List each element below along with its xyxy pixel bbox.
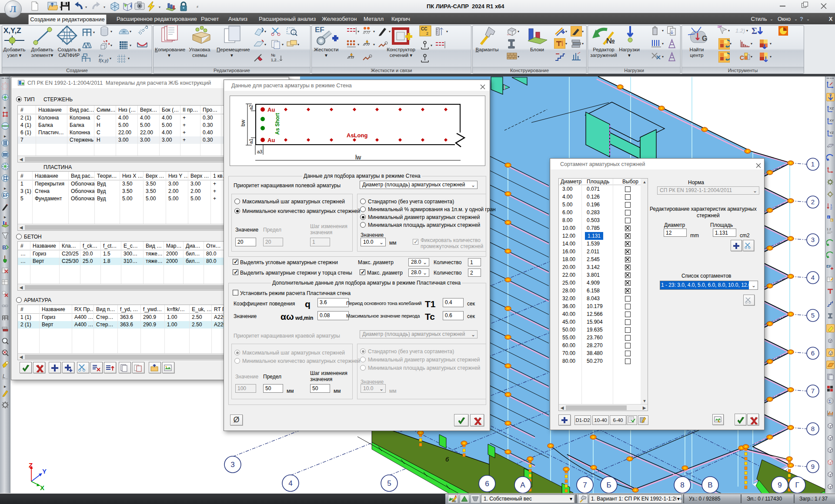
svg-text:XZ: XZ	[829, 106, 834, 110]
svg-text:№: №	[452, 499, 456, 503]
svg-text:Z: Z	[29, 461, 33, 469]
svg-text:Y: Y	[42, 468, 47, 475]
svg-text:EF: EF	[826, 264, 832, 269]
svg-text:Au: Au	[267, 106, 275, 113]
svg-text:2: 2	[811, 198, 815, 206]
svg-text:7: 7	[811, 387, 815, 395]
svg-text:2: 2	[426, 31, 428, 36]
svg-text:2: 2	[830, 206, 832, 210]
svg-text:CC: CC	[421, 27, 427, 31]
svg-text:6: 6	[811, 349, 815, 357]
svg-text:6: 6	[445, 455, 449, 463]
svg-text:L: L	[3, 373, 6, 379]
svg-text:1.2): 1.2)	[735, 27, 745, 34]
svg-text:Л: Л	[10, 4, 17, 14]
svg-text:Б: Б	[606, 481, 611, 489]
svg-text:Au: Au	[267, 137, 275, 143]
svg-text:5: 5	[387, 479, 391, 487]
svg-text:7: 7	[583, 481, 587, 489]
svg-text:X,Y,Z: X,Y,Z	[3, 27, 21, 35]
svg-text:5: 5	[811, 312, 815, 319]
svg-text:В: В	[708, 481, 712, 489]
svg-text:6: 6	[485, 480, 489, 488]
svg-text:G: G	[702, 35, 707, 42]
svg-text:1,2...: 1,2...	[271, 58, 280, 62]
svg-text:9: 9	[778, 481, 782, 489]
svg-text:3: 3	[230, 461, 234, 469]
svg-text:9: 9	[811, 463, 815, 470]
svg-text:lw: lw	[355, 154, 361, 161]
svg-text:А: А	[520, 481, 525, 489]
svg-text:8: 8	[680, 481, 684, 489]
svg-text:Г: Г	[795, 481, 799, 489]
svg-text:bw: bw	[240, 119, 246, 126]
svg-text:8: 8	[811, 425, 815, 432]
svg-text:XY: XY	[829, 119, 834, 123]
svg-text:a3: a3	[257, 149, 262, 154]
svg-text:4: 4	[811, 274, 815, 281]
svg-text:1: 1	[811, 160, 815, 168]
svg-text:B: B	[2, 244, 6, 251]
svg-text:1.2: 1.2	[827, 228, 831, 231]
svg-text:Б: Б	[831, 219, 832, 222]
svg-text:4: 4	[288, 479, 292, 487]
svg-text:a1: a1	[248, 139, 254, 144]
svg-text:f(x,y): f(x,y)	[99, 58, 108, 63]
svg-text:AsLong: AsLong	[347, 132, 367, 139]
svg-text:EF: EF	[315, 26, 324, 34]
svg-text:YZ: YZ	[829, 131, 834, 135]
svg-text:C: C	[740, 54, 744, 61]
svg-text:EF: EF	[3, 193, 8, 198]
svg-text:№: №	[271, 53, 275, 57]
svg-text:3: 3	[811, 236, 815, 243]
svg-text:a2: a2	[248, 105, 254, 110]
svg-text:№: №	[606, 36, 615, 45]
svg-text:z=: z=	[98, 53, 103, 58]
svg-text:X: X	[40, 484, 44, 491]
svg-text:Σ: Σ	[752, 26, 757, 36]
svg-text:As Short: As Short	[274, 113, 281, 135]
svg-text:Σ: Σ	[828, 399, 831, 404]
